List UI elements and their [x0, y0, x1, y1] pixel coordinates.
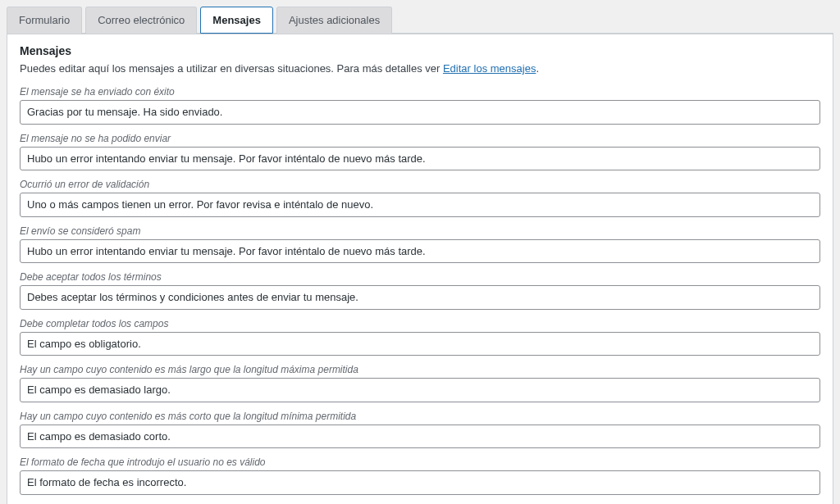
intro-text-a: Puedes editar aquí los mensajes a utiliz… [20, 62, 443, 75]
field-label: Debe completar todos los campos [20, 318, 820, 329]
message-input[interactable] [20, 100, 820, 125]
field-label: Ocurrió un error de validación [20, 179, 820, 190]
message-input[interactable] [20, 332, 820, 356]
fields-container: El mensaje se ha enviado con éxitoEl men… [20, 86, 820, 504]
field-label: Hay un campo cuyo contenido es más largo… [20, 364, 820, 375]
field-label: El envío se consideró spam [20, 225, 820, 237]
field-label: El mensaje no se ha podido enviar [20, 133, 820, 144]
tab-mensajes[interactable]: Mensajes [200, 7, 273, 34]
tab-formulario[interactable]: Formulario [7, 7, 82, 34]
message-input[interactable] [20, 470, 820, 495]
message-input[interactable] [20, 378, 820, 402]
field-group: Ocurrió un error de validación [20, 179, 820, 217]
panel-intro: Puedes editar aquí los mensajes a utiliz… [20, 62, 820, 75]
field-group: Hay un campo cuyo contenido es más corto… [20, 411, 820, 449]
edit-messages-link[interactable]: Editar los mensajes [443, 62, 536, 75]
field-label: Hay un campo cuyo contenido es más corto… [20, 411, 820, 422]
field-label: El formato de fecha que introdujo el usu… [20, 456, 820, 468]
field-group: Hay un campo cuyo contenido es más largo… [20, 364, 820, 402]
message-input[interactable] [20, 147, 820, 171]
tab-ajustes[interactable]: Ajustes adicionales [276, 7, 392, 34]
field-group: Debe aceptar todos los términos [20, 271, 820, 310]
tab-correo[interactable]: Correo electrónico [85, 7, 197, 34]
field-group: El mensaje no se ha podido enviar [20, 133, 820, 171]
messages-panel: Mensajes Puedes editar aquí los mensajes… [7, 34, 833, 504]
message-input[interactable] [20, 285, 820, 310]
field-label: El mensaje se ha enviado con éxito [20, 86, 820, 98]
panel-title: Mensajes [20, 44, 820, 57]
message-input[interactable] [20, 239, 820, 264]
field-group: El envío se consideró spam [20, 225, 820, 264]
field-group: El formato de fecha que introdujo el usu… [20, 456, 820, 495]
tabs: Formulario Correo electrónico Mensajes A… [7, 7, 833, 34]
intro-text-b: . [536, 62, 539, 75]
field-group: Debe completar todos los campos [20, 318, 820, 356]
field-label: Debe aceptar todos los términos [20, 271, 820, 283]
message-input[interactable] [20, 425, 820, 449]
message-input[interactable] [20, 193, 820, 217]
field-group: El mensaje se ha enviado con éxito [20, 86, 820, 125]
